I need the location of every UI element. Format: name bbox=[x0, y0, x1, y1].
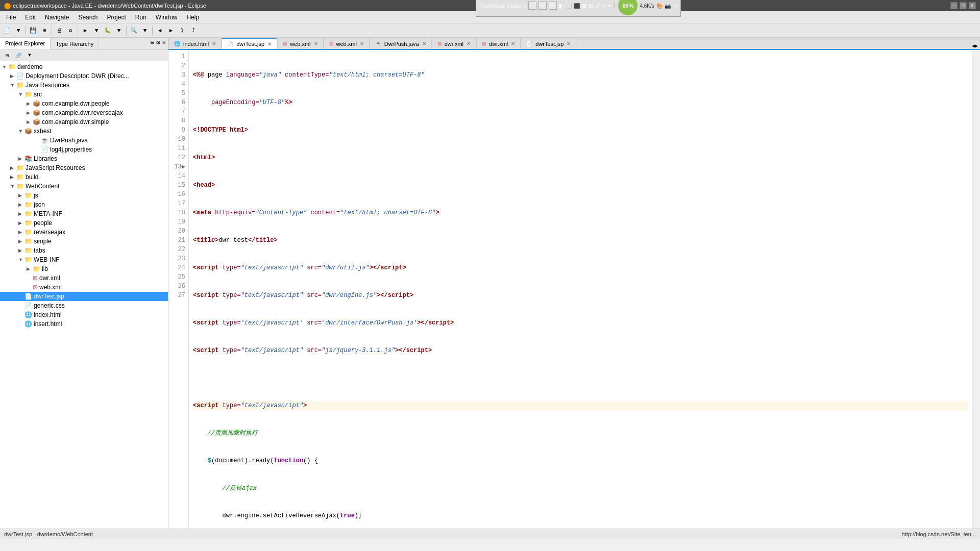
tb-debug[interactable]: 🐛 bbox=[103, 26, 113, 36]
fs-tool-1[interactable]: ◧ bbox=[559, 3, 564, 9]
st-link[interactable]: 🔗 bbox=[13, 51, 23, 61]
tab-close-dwr-xml-1[interactable]: ✕ bbox=[467, 41, 471, 46]
tb-dropdown[interactable]: ▼ bbox=[13, 26, 23, 36]
tree-index-html[interactable]: 🌐 index.html bbox=[0, 310, 168, 319]
menu-navigate[interactable]: Navigate bbox=[41, 13, 73, 22]
tree-pkg-people[interactable]: ▶ 📦 com.example.dwr.people bbox=[0, 99, 168, 108]
sidebar-tab-type-hierarchy[interactable]: Type Hierarchy bbox=[51, 38, 99, 49]
tree-reverseajax[interactable]: ▶ 📁 reverseajax bbox=[0, 228, 168, 237]
tb-forward[interactable]: ▶ bbox=[166, 26, 176, 36]
maximize-btn[interactable]: □ bbox=[960, 2, 967, 9]
tree-pkg-simple[interactable]: ▶ 📦 com.example.dwr.simple bbox=[0, 117, 168, 127]
sidebar-tab-project-explorer[interactable]: Project Explorer bbox=[0, 38, 51, 49]
tab-dwrtest-jsp-2[interactable]: 📄 dwrTest.jsp ✕ bbox=[521, 38, 576, 49]
tab-close-dwr-xml-2[interactable]: ✕ bbox=[511, 41, 515, 46]
tree-dwrtest-jsp[interactable]: 📄 dwrTest.jsp bbox=[0, 292, 168, 301]
tb-debug-dd[interactable]: ▼ bbox=[114, 26, 124, 36]
tb-run[interactable]: ▶ bbox=[80, 26, 90, 36]
tree-pkg-reverseajax[interactable]: ▶ 📦 com.example.dwr.reverseajax bbox=[0, 108, 168, 117]
tb-save-all[interactable]: ⊞ bbox=[39, 26, 50, 36]
tree-dwr-xml-1[interactable]: ⊠ dwr.xml bbox=[0, 273, 168, 283]
menu-help[interactable]: Help bbox=[183, 13, 204, 22]
tab-scroll-right[interactable]: ▶ bbox=[975, 43, 978, 49]
tree-web-xml-1[interactable]: ⊠ web.xml bbox=[0, 283, 168, 292]
tree-meta-inf[interactable]: ▶ 📁 META-INF bbox=[0, 209, 168, 218]
tree-generic-css[interactable]: 📄 generic.css bbox=[0, 301, 168, 310]
fs-tool-8[interactable]: ✦ bbox=[607, 3, 611, 9]
fs-extra-3[interactable]: ⚙ bbox=[673, 3, 677, 9]
faststone-max[interactable]: □ bbox=[538, 2, 547, 10]
tb-run-dd[interactable]: ▼ bbox=[91, 26, 102, 36]
tree-js-res[interactable]: ▶ 📁 JavaScript Resources bbox=[0, 163, 168, 172]
tb-new[interactable]: 📄 bbox=[2, 26, 12, 36]
tab-close-web-xml-2[interactable]: ✕ bbox=[360, 41, 364, 46]
faststone-min[interactable]: ─ bbox=[528, 2, 536, 10]
code-view[interactable]: <%@ page language="java" contentType="te… bbox=[189, 50, 972, 529]
faststone-close[interactable]: ✕ bbox=[549, 2, 557, 10]
expand-pkg-reverseajax: ▶ bbox=[27, 110, 33, 115]
close-btn[interactable]: ✕ bbox=[969, 2, 976, 9]
faststone-panel: FastStone Capture ─ □ ✕ ◧ ⬜ ⬛ ▦ ▤ 🖊 ⌗ ✦ … bbox=[476, 0, 681, 17]
st-menu[interactable]: ▼ bbox=[24, 51, 35, 61]
tree-libraries[interactable]: ▶ 📚 Libraries bbox=[0, 154, 168, 163]
tb-next-ann[interactable]: ⤵ bbox=[177, 26, 187, 36]
right-scrollbar[interactable] bbox=[972, 50, 980, 529]
tb-prev-ann[interactable]: ⤴ bbox=[188, 26, 199, 36]
tree-people[interactable]: ▶ 📁 people bbox=[0, 218, 168, 228]
tab-close-dwrtest-2[interactable]: ✕ bbox=[567, 41, 571, 46]
fs-extra-1[interactable]: 🎨 bbox=[656, 3, 663, 9]
menu-search[interactable]: Search bbox=[74, 13, 102, 22]
tb-refactor[interactable]: ♻ bbox=[65, 26, 76, 36]
tree-webcontent[interactable]: ▼ 📁 WebContent bbox=[0, 182, 168, 191]
tab-close-dwrtest[interactable]: ✕ bbox=[267, 41, 272, 47]
menu-window[interactable]: Window bbox=[152, 13, 182, 22]
tree-json[interactable]: ▶ 📁 json bbox=[0, 200, 168, 209]
tree-java-res[interactable]: ▼ 📁 Java Resources bbox=[0, 81, 168, 90]
sidebar-close-icon[interactable]: ✕ bbox=[162, 39, 166, 48]
sidebar-maximize-icon[interactable]: ⊠ bbox=[157, 39, 160, 48]
minimize-btn[interactable]: ─ bbox=[950, 2, 958, 9]
tb-back[interactable]: ◀ bbox=[155, 26, 165, 36]
sidebar-minimize-icon[interactable]: ⊟ bbox=[151, 39, 154, 48]
tree-lib[interactable]: ▶ 📁 lib bbox=[0, 264, 168, 273]
tb-print[interactable]: 🖨 bbox=[54, 26, 64, 36]
fs-tool-5[interactable]: ▤ bbox=[589, 3, 593, 9]
tree-build[interactable]: ▶ 📁 build bbox=[0, 172, 168, 182]
tree-src[interactable]: ▼ 📁 src bbox=[0, 90, 168, 99]
st-collapse[interactable]: ⊟ bbox=[2, 51, 12, 61]
menu-file[interactable]: File bbox=[2, 13, 20, 22]
tree-deployment[interactable]: ▶ 📄 Deployment Descriptor: DWR (Direc... bbox=[0, 71, 168, 81]
tab-close-dwrpush[interactable]: ✕ bbox=[422, 41, 426, 46]
tab-close-web-xml-1[interactable]: ✕ bbox=[314, 41, 318, 46]
fs-tool-2[interactable]: ⬜ bbox=[566, 3, 572, 9]
tree-dwrpush-java[interactable]: ☕ DwrPush.java bbox=[0, 136, 168, 145]
tree-web-inf[interactable]: ▼ 📁 WEB-INF bbox=[0, 255, 168, 264]
menu-project[interactable]: Project bbox=[103, 13, 130, 22]
fs-extra-2[interactable]: 📷 bbox=[665, 3, 671, 9]
tree-xxbest[interactable]: ▼ 📦 xxbest bbox=[0, 127, 168, 136]
tb-save[interactable]: 💾 bbox=[28, 26, 38, 36]
tree-js[interactable]: ▶ 📁 js bbox=[0, 191, 168, 200]
tab-dwrtest-jsp[interactable]: 📄 dwrTest.jsp ✕ bbox=[222, 38, 277, 49]
fs-tool-7[interactable]: ⌗ bbox=[602, 3, 605, 9]
fs-tool-3[interactable]: ⬛ bbox=[574, 3, 580, 9]
tree-dwrdemo[interactable]: ▼ 📁 dwrdemo bbox=[0, 62, 168, 71]
tab-index-html[interactable]: 🌐 index.html ✕ bbox=[168, 38, 222, 49]
tb-search-dd[interactable]: ▼ bbox=[140, 26, 150, 36]
menu-run[interactable]: Run bbox=[131, 13, 151, 22]
menu-edit[interactable]: Edit bbox=[21, 13, 40, 22]
tab-dwr-xml-1[interactable]: ⊠ dwr.xml ✕ bbox=[432, 38, 476, 49]
tree-insert-html[interactable]: 🌐 insert.html bbox=[0, 319, 168, 329]
tb-search[interactable]: 🔍 bbox=[129, 26, 139, 36]
tab-dwrpush-java[interactable]: ☕ DwrPush.java ✕ bbox=[370, 38, 432, 49]
fs-tool-4[interactable]: ▦ bbox=[582, 3, 586, 9]
label-index-html: index.html bbox=[34, 311, 62, 318]
tree-tabs[interactable]: ▶ 📁 tabs bbox=[0, 246, 168, 255]
tree-simple[interactable]: ▶ 📁 simple bbox=[0, 237, 168, 246]
tab-web-xml-2[interactable]: ⊠ web.xml ✕ bbox=[324, 38, 370, 49]
tree-log4j[interactable]: 📄 log4j.properties bbox=[0, 145, 168, 154]
fs-tool-6[interactable]: 🖊 bbox=[595, 3, 600, 9]
tab-web-xml-1[interactable]: ⊠ web.xml ✕ bbox=[277, 38, 323, 49]
tab-close-index[interactable]: ✕ bbox=[212, 41, 216, 46]
tab-dwr-xml-2[interactable]: ⊠ dwr.xml ✕ bbox=[476, 38, 521, 49]
